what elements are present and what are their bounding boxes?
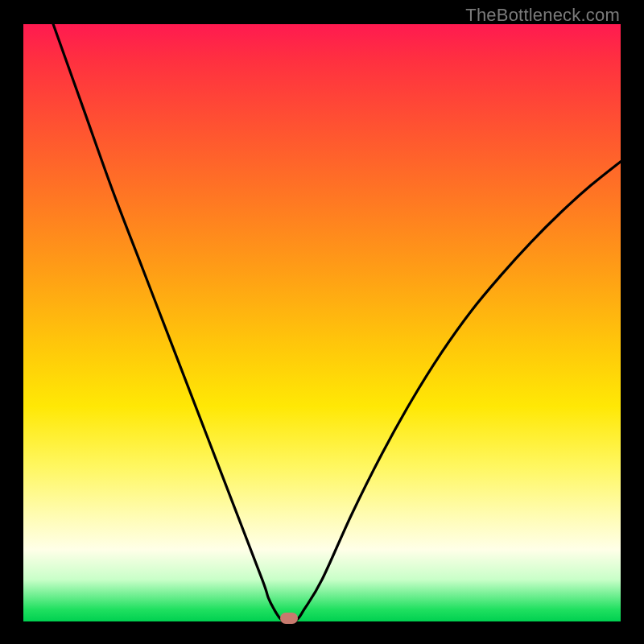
bottleneck-curve-path <box>53 24 621 621</box>
chart-frame: TheBottleneck.com <box>0 0 644 644</box>
plot-area <box>23 24 621 621</box>
curve-svg <box>23 24 621 621</box>
minimum-marker <box>280 613 298 624</box>
watermark-text: TheBottleneck.com <box>465 5 620 26</box>
